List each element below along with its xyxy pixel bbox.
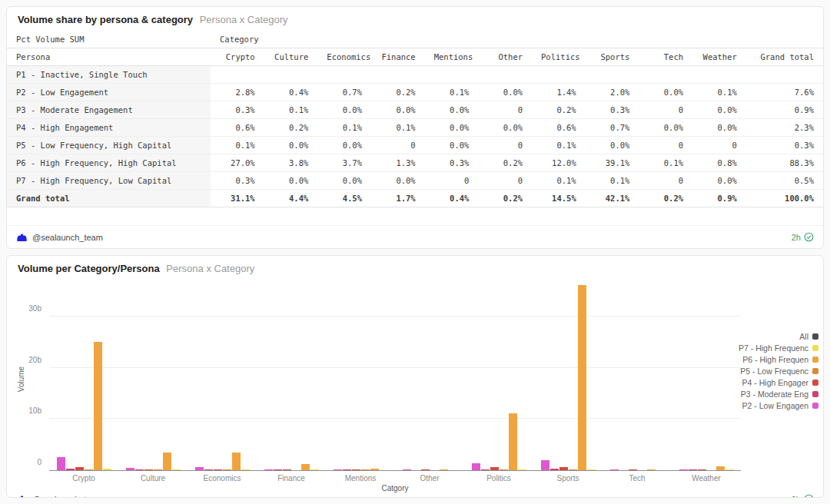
bar[interactable] xyxy=(204,469,213,471)
bar[interactable] xyxy=(559,467,568,470)
legend-item[interactable]: P5 - Low Frequenc xyxy=(740,366,818,376)
bar[interactable] xyxy=(144,469,153,471)
legend-item[interactable]: P2 - Low Engagen xyxy=(742,401,818,410)
value-cell: 27.0% xyxy=(211,154,264,172)
x-axis-tick-label: Finance xyxy=(257,474,326,482)
bar[interactable] xyxy=(283,469,291,471)
bar[interactable] xyxy=(725,469,734,471)
value-cell: 0.4% xyxy=(425,190,479,207)
value-cell: 0.3% xyxy=(425,154,479,172)
x-axis-tick-label: Economics xyxy=(188,474,257,482)
legend-swatch xyxy=(812,368,818,374)
bar[interactable] xyxy=(57,457,65,470)
bar[interactable] xyxy=(274,469,282,471)
table-row: P1 - Inactive, Single Touch xyxy=(7,66,823,84)
value-cell xyxy=(211,66,264,84)
value-cell: 0.0% xyxy=(478,119,532,137)
bar[interactable] xyxy=(126,468,134,470)
bar[interactable] xyxy=(352,469,360,471)
column-header: Finance xyxy=(371,48,425,66)
column-header: Crypto xyxy=(211,48,264,66)
bar[interactable] xyxy=(481,469,490,471)
bar[interactable] xyxy=(647,469,656,471)
bar[interactable] xyxy=(370,469,379,470)
bar[interactable] xyxy=(195,467,204,470)
bar[interactable] xyxy=(569,469,577,471)
bar[interactable] xyxy=(334,469,342,471)
bar-group-economics xyxy=(188,284,257,470)
value-cell: 0.1% xyxy=(371,119,425,137)
bar[interactable] xyxy=(541,460,549,470)
check-circle-icon[interactable] xyxy=(804,232,814,242)
bar[interactable] xyxy=(361,469,370,471)
column-header: Grand total xyxy=(746,48,823,66)
panel1-header: Volume share by persona & category Perso… xyxy=(7,7,823,31)
value-cell: 0.2% xyxy=(478,190,532,207)
bar[interactable] xyxy=(440,469,448,471)
value-cell xyxy=(532,66,586,84)
bar[interactable] xyxy=(163,453,171,470)
column-header: Politics xyxy=(532,48,586,66)
bar[interactable] xyxy=(135,469,144,471)
bar[interactable] xyxy=(103,469,111,470)
value-cell xyxy=(264,66,318,84)
bar[interactable] xyxy=(66,469,75,470)
bar-chart: Volume 010b20b30b CryptoCultureEconomics… xyxy=(7,284,823,492)
panel2-header: Volume per Category/Persona Persona x Ca… xyxy=(7,256,823,280)
value-cell: 0.0% xyxy=(317,101,371,119)
y-axis-tick-label: 20b xyxy=(28,355,42,363)
value-cell: 0.6% xyxy=(211,119,264,137)
legend-item[interactable]: P4 - High Engager xyxy=(742,378,818,387)
bar[interactable] xyxy=(716,466,725,470)
legend-item[interactable]: P6 - High Frequen xyxy=(742,355,818,364)
bar[interactable] xyxy=(698,469,706,471)
author-handle[interactable]: @sealaunch_team xyxy=(32,233,103,242)
bar[interactable] xyxy=(94,342,102,470)
bar[interactable] xyxy=(472,463,480,470)
bar[interactable] xyxy=(679,469,688,471)
bar-group-sports xyxy=(533,284,603,470)
bar[interactable] xyxy=(85,469,93,471)
table-row: P2 - Low Engagement2.8%0.4%0.7%0.2%0.1%0… xyxy=(7,84,823,101)
bar[interactable] xyxy=(550,469,559,470)
bar[interactable] xyxy=(490,467,499,470)
bar[interactable] xyxy=(500,469,508,471)
bar[interactable] xyxy=(154,469,162,471)
check-circle-icon[interactable] xyxy=(804,494,814,498)
pivot-table: Pct Volume SUM Category Persona CryptoCu… xyxy=(7,31,823,207)
bar[interactable] xyxy=(403,469,411,471)
bar[interactable] xyxy=(301,464,310,470)
bar[interactable] xyxy=(587,469,596,471)
legend-swatch xyxy=(812,345,818,351)
legend-item[interactable]: P3 - Moderate Eng xyxy=(741,390,818,399)
volume-share-panel: Volume share by persona & category Perso… xyxy=(6,6,824,249)
bar[interactable] xyxy=(223,469,231,471)
value-cell: 0.0% xyxy=(425,119,479,137)
x-axis-tick-label: Crypto xyxy=(49,474,118,482)
bar[interactable] xyxy=(241,469,250,471)
bar[interactable] xyxy=(421,469,430,471)
value-cell: 0.9% xyxy=(692,190,746,207)
value-cell: 2.0% xyxy=(586,84,639,101)
legend-item[interactable]: All xyxy=(799,332,818,341)
value-cell: 0 xyxy=(639,137,692,154)
bar[interactable] xyxy=(518,469,526,471)
bar[interactable] xyxy=(689,469,697,471)
value-cell: 0.0% xyxy=(692,172,746,190)
bar[interactable] xyxy=(578,285,586,470)
author-handle[interactable]: @sealaunch_team xyxy=(32,495,103,499)
bar[interactable] xyxy=(232,453,241,470)
bar[interactable] xyxy=(172,469,181,471)
bar[interactable] xyxy=(509,413,517,470)
legend-item[interactable]: P7 - High Frequenc xyxy=(739,343,818,353)
legend-label: P5 - Low Frequenc xyxy=(740,366,808,376)
bar[interactable] xyxy=(610,469,619,471)
value-cell xyxy=(478,66,532,84)
bar[interactable] xyxy=(629,469,637,471)
bar[interactable] xyxy=(343,469,351,471)
bar[interactable] xyxy=(264,469,273,471)
bar[interactable] xyxy=(214,469,222,471)
bar[interactable] xyxy=(310,469,319,471)
bar[interactable] xyxy=(75,467,84,470)
x-axis-tick-label: Mentions xyxy=(326,474,395,482)
